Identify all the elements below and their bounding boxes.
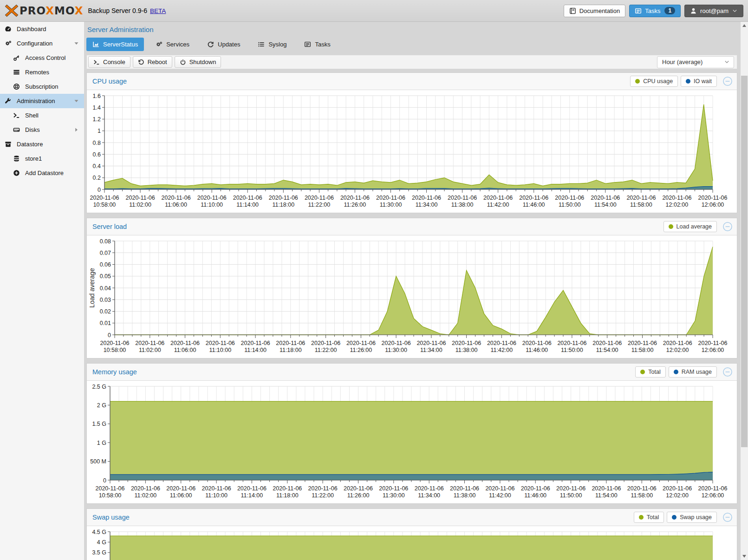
scrollbar-up-arrow[interactable] (741, 22, 748, 29)
svg-text:12:02:00: 12:02:00 (666, 492, 689, 499)
tab-updates[interactable]: Updates (201, 38, 246, 51)
svg-text:11:54:00: 11:54:00 (596, 347, 618, 353)
legend-cpu-usage[interactable]: CPU usage (630, 76, 678, 87)
gauge-icon (5, 26, 13, 33)
svg-text:11:18:00: 11:18:00 (276, 492, 299, 499)
remotes-list-icon (13, 69, 21, 76)
sidebar-item-configuration[interactable]: Configuration (0, 36, 84, 51)
panel-header: Server load Load average (87, 218, 737, 235)
scrollbar-thumb[interactable] (741, 76, 748, 447)
svg-text:11:50:00: 11:50:00 (560, 492, 582, 499)
sidebar-item-disks[interactable]: Disks (0, 123, 84, 137)
tab-bar: ServerStatus Services Updates Syslog Tas… (86, 38, 737, 51)
swap-usage-panel: Swap usage Total Swap usage 0500 M1 G1.5… (86, 508, 737, 560)
legend-total[interactable]: Total (635, 366, 665, 378)
product-version: Backup Server 0.9-6 (88, 7, 147, 14)
legend-total[interactable]: Total (634, 512, 664, 523)
legend-ram-usage[interactable]: RAM usage (669, 366, 717, 378)
panel-title: CPU usage (92, 78, 127, 85)
collapse-panel-icon[interactable] (722, 367, 733, 377)
svg-text:11:42:00: 11:42:00 (489, 492, 511, 499)
panel-body: 0500 M1 G1.5 G2 G2.5 G3 G3.5 G4 G4.5 G20… (87, 526, 737, 560)
svg-text:2020-11-06: 2020-11-06 (556, 485, 585, 492)
sidebar-item-subscription[interactable]: Subscription (0, 79, 84, 94)
legend-dot (640, 370, 645, 374)
user-icon (690, 7, 697, 14)
svg-text:0.08: 0.08 (100, 238, 111, 245)
user-menu-button[interactable]: root@pam (684, 5, 743, 17)
svg-text:11:18:00: 11:18:00 (272, 202, 294, 208)
svg-text:2020-11-06: 2020-11-06 (698, 195, 727, 201)
collapse-panel-icon[interactable] (722, 76, 733, 86)
chevron-right-icon[interactable] (73, 127, 79, 133)
legend-dot (672, 515, 676, 520)
main-content: Server Administration ServerStatus Servi… (86, 22, 737, 560)
console-button[interactable]: Console (88, 56, 130, 68)
vertical-scrollbar[interactable] (741, 22, 748, 560)
sidebar-item-access-control[interactable]: Access Control (0, 51, 84, 65)
memory-usage-chart: 0500 M1 G1.5 G2 G2.5 G2020-11-0610:58:00… (87, 381, 737, 503)
book-icon (569, 7, 576, 14)
svg-text:4 G: 4 G (97, 539, 106, 546)
gears-icon (5, 40, 13, 47)
svg-text:2020-11-06: 2020-11-06 (202, 485, 231, 492)
svg-text:2020-11-06: 2020-11-06 (698, 485, 727, 492)
sidebar-item-store1[interactable]: store1 (0, 151, 84, 166)
collapse-panel-icon[interactable] (722, 512, 733, 522)
svg-text:2020-11-06: 2020-11-06 (662, 195, 691, 201)
sidebar-item-add-datastore[interactable]: Add Datastore (0, 166, 84, 180)
tasks-button[interactable]: Tasks 1 (629, 5, 681, 17)
sidebar-item-administration[interactable]: Administration (0, 94, 84, 108)
sidebar-item-datastore[interactable]: Datastore (0, 137, 84, 151)
svg-text:11:46:00: 11:46:00 (524, 492, 546, 499)
reboot-button[interactable]: Reboot (133, 56, 172, 68)
svg-text:2020-11-06: 2020-11-06 (627, 485, 657, 492)
beta-link[interactable]: BETA (150, 7, 166, 14)
svg-text:11:06:00: 11:06:00 (170, 492, 192, 499)
chevron-down-icon[interactable] (73, 98, 79, 104)
sidebar-item-remotes[interactable]: Remotes (0, 65, 84, 79)
legend-io-wait[interactable]: IO wait (681, 76, 717, 87)
collapse-panel-icon[interactable] (722, 221, 733, 232)
chevron-down-icon[interactable] (73, 40, 79, 46)
svg-text:11:50:00: 11:50:00 (559, 202, 581, 208)
svg-text:1.2: 1.2 (93, 116, 101, 123)
plus-circle-icon (13, 169, 21, 176)
svg-text:1.4: 1.4 (93, 104, 101, 111)
svg-text:11:02:00: 11:02:00 (129, 202, 151, 208)
svg-text:2020-11-06: 2020-11-06 (626, 195, 656, 201)
svg-text:11:54:00: 11:54:00 (594, 202, 617, 208)
tab-serverstatus[interactable]: ServerStatus (86, 38, 144, 51)
svg-text:2020-11-06: 2020-11-06 (522, 340, 552, 346)
svg-text:2020-11-06: 2020-11-06 (376, 195, 405, 201)
svg-text:2020-11-06: 2020-11-06 (521, 485, 550, 492)
svg-text:11:38:00: 11:38:00 (454, 492, 476, 499)
legend-load-average[interactable]: Load average (663, 221, 717, 232)
tasks-list-icon (304, 41, 311, 48)
legend-dot (639, 515, 644, 520)
svg-text:12:02:00: 12:02:00 (666, 202, 689, 208)
tab-services[interactable]: Services (150, 38, 195, 51)
svg-text:2020-11-06: 2020-11-06 (95, 485, 124, 492)
shutdown-button[interactable]: Shutdown (175, 56, 221, 68)
scrollbar-down-arrow[interactable] (741, 553, 748, 560)
tab-syslog[interactable]: Syslog (252, 38, 293, 51)
svg-text:11:26:00: 11:26:00 (344, 202, 366, 208)
tab-tasks[interactable]: Tasks (298, 38, 336, 51)
svg-text:10:58:00: 10:58:00 (99, 492, 122, 499)
svg-text:2020-11-06: 2020-11-06 (162, 195, 191, 201)
svg-text:2020-11-06: 2020-11-06 (206, 340, 235, 346)
svg-text:11:26:00: 11:26:00 (350, 347, 372, 353)
svg-text:2020-11-06: 2020-11-06 (663, 485, 692, 492)
svg-text:2020-11-06: 2020-11-06 (126, 195, 155, 201)
svg-text:1 G: 1 G (97, 440, 106, 446)
svg-text:2020-11-06: 2020-11-06 (273, 485, 302, 492)
legend-swap-usage[interactable]: Swap usage (667, 512, 717, 523)
sidebar-item-dashboard[interactable]: Dashboard (0, 22, 84, 36)
sidebar-item-shell[interactable]: Shell (0, 108, 84, 123)
svg-text:2020-11-06: 2020-11-06 (305, 195, 334, 201)
tasks-count-badge: 1 (664, 7, 675, 14)
wrench-icon (5, 98, 13, 104)
timeframe-select[interactable]: Hour (average) (657, 56, 734, 68)
documentation-button[interactable]: Documentation (564, 5, 625, 17)
